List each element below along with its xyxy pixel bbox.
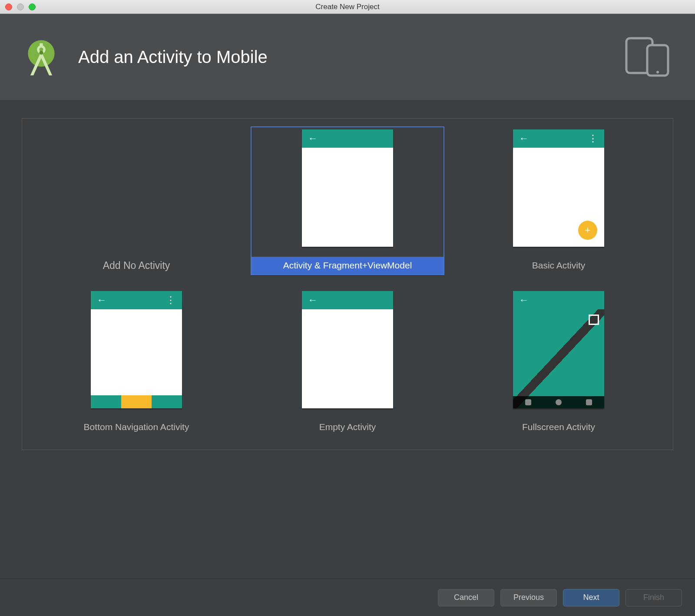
template-option[interactable]: ←⋮ Bottom Navigation Activity xyxy=(40,288,233,437)
svg-point-6 xyxy=(656,71,659,73)
back-arrow-icon: ← xyxy=(519,295,529,305)
window-titlebar: Create New Project xyxy=(0,0,695,14)
template-thumbnail: ←⋮ + xyxy=(511,127,606,249)
overflow-menu-icon: ⋮ xyxy=(166,295,176,306)
template-label: Empty Activity xyxy=(314,418,381,436)
preview-body xyxy=(513,309,604,408)
preview-appbar: ← xyxy=(513,291,604,309)
wizard-footer: Cancel Previous Next Finish xyxy=(0,579,695,616)
window-controls xyxy=(5,3,36,10)
preview-appbar: ←⋮ xyxy=(91,291,182,309)
template-label: Bottom Navigation Activity xyxy=(79,418,195,436)
template-thumbnail: ←⋮ xyxy=(89,289,184,411)
template-preview: ← xyxy=(302,129,393,247)
template-option[interactable]: ← Empty Activity xyxy=(251,288,444,437)
template-option[interactable]: ←⋮ + Basic Activity xyxy=(462,126,655,275)
preview-appbar: ← xyxy=(302,291,393,309)
wizard-header: Add an Activity to Mobile xyxy=(0,14,695,101)
minimize-window-button[interactable] xyxy=(17,3,24,10)
template-label: Basic Activity xyxy=(527,257,591,274)
template-preview: ← xyxy=(302,291,393,408)
template-thumbnail: ← xyxy=(300,289,395,411)
back-arrow-icon: ← xyxy=(308,295,318,305)
fullscreen-icon xyxy=(589,315,599,325)
template-preview: ←⋮ + xyxy=(513,129,604,247)
previous-button[interactable]: Previous xyxy=(500,589,557,606)
system-navbar-icon xyxy=(513,396,604,408)
back-arrow-icon: ← xyxy=(519,134,529,143)
template-option[interactable]: Add No Activity xyxy=(40,126,233,275)
maximize-window-button[interactable] xyxy=(29,3,36,10)
template-thumbnail: ← xyxy=(511,289,606,411)
svg-rect-2 xyxy=(40,43,43,46)
fab-icon: + xyxy=(578,221,597,240)
back-arrow-icon: ← xyxy=(308,134,318,143)
template-thumbnail xyxy=(89,127,184,249)
window-title: Create New Project xyxy=(0,3,695,11)
svg-point-3 xyxy=(40,50,43,54)
cancel-button[interactable]: Cancel xyxy=(438,589,494,606)
template-label: Activity & Fragment+ViewModel xyxy=(252,257,443,274)
template-option[interactable]: ← Activity & Fragment+ViewModel xyxy=(251,126,444,275)
template-preview: ←⋮ xyxy=(91,291,182,408)
template-preview: ← xyxy=(513,291,604,408)
finish-button[interactable]: Finish xyxy=(626,589,682,606)
template-option[interactable]: ← Fullscreen Activity xyxy=(462,288,655,437)
template-grid-frame: Add No Activity ← Activity & Fragment+Vi… xyxy=(22,118,673,450)
template-label: Fullscreen Activity xyxy=(517,418,600,436)
preview-body xyxy=(302,148,393,247)
overflow-menu-icon: ⋮ xyxy=(588,133,598,144)
preview-appbar: ← xyxy=(302,129,393,148)
page-title: Add an Activity to Mobile xyxy=(78,47,268,67)
preview-body xyxy=(302,309,393,408)
android-studio-logo-icon xyxy=(22,38,61,77)
back-arrow-icon: ← xyxy=(97,295,106,305)
template-thumbnail: ← xyxy=(300,127,395,249)
bottom-nav-icon xyxy=(91,395,182,408)
devices-icon xyxy=(621,35,673,80)
close-window-button[interactable] xyxy=(5,3,12,10)
preview-body: + xyxy=(513,148,604,247)
template-grid: Add No Activity ← Activity & Fragment+Vi… xyxy=(40,126,655,437)
next-button[interactable]: Next xyxy=(563,589,619,606)
preview-appbar: ←⋮ xyxy=(513,129,604,148)
template-label: Add No Activity xyxy=(98,257,175,274)
wizard-content: Add No Activity ← Activity & Fragment+Vi… xyxy=(0,101,695,459)
preview-body xyxy=(91,309,182,395)
